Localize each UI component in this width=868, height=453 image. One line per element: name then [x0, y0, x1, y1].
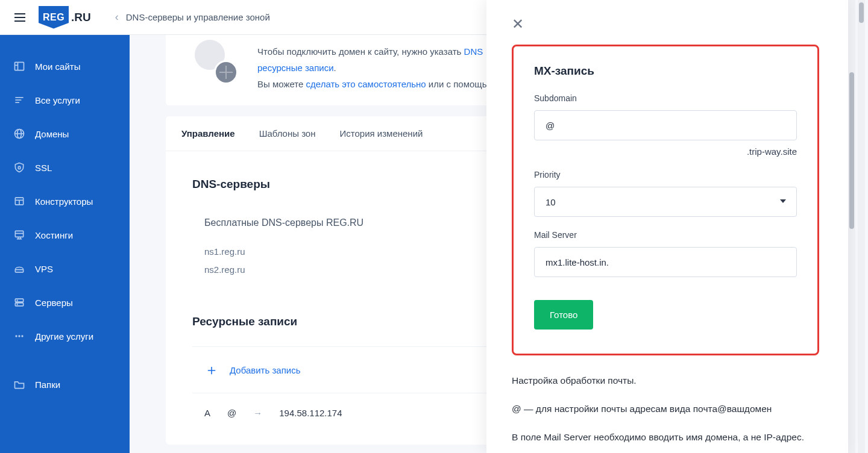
mailserver-input[interactable] [534, 247, 797, 277]
lock-icon [13, 162, 25, 173]
sidebar-item-label: Конструкторы [35, 196, 93, 207]
tab-templates[interactable]: Шаблоны зон [259, 116, 316, 151]
banner-text: Чтобы подключить домен к сайту, нужно ук… [257, 43, 486, 92]
help-line: @ — для настройки почты адресам вида поч… [512, 402, 819, 417]
sidebar-item-ssl[interactable]: SSL [0, 151, 130, 184]
svg-rect-9 [18, 166, 20, 169]
mailserver-label: Mail Server [534, 230, 797, 240]
banner-link-dns[interactable]: DNS [464, 46, 483, 57]
sidebar-item-label: Мои сайты [35, 61, 80, 72]
globe-icon [13, 128, 25, 139]
menu-toggle[interactable] [14, 13, 25, 22]
sidebar-item-folders[interactable]: Папки [0, 367, 130, 401]
sidebar-item-label: VPS [35, 264, 53, 274]
priority-label: Priority [534, 170, 797, 180]
sidebar-item-label: Серверы [35, 298, 73, 308]
sidebar-item-vps[interactable]: VPS [0, 252, 130, 286]
subdomain-input[interactable] [534, 110, 797, 140]
sidebar-item-services[interactable]: Все услуги [0, 83, 130, 117]
sidebar-item-label: Папки [35, 380, 60, 390]
record-host: @ [227, 408, 236, 418]
svg-rect-19 [15, 299, 23, 302]
help-text: Настройка обработки почты. @ — для настр… [512, 373, 819, 445]
scrollbar[interactable] [848, 0, 855, 453]
logo[interactable]: REG .RU [39, 6, 91, 29]
sidebar-item-hosting[interactable]: Хостинги [0, 218, 130, 252]
help-line: Настройка обработки почты. [512, 373, 819, 389]
panel-title: MX-запись [534, 64, 797, 78]
svg-rect-0 [15, 62, 24, 70]
vps-icon [13, 263, 25, 274]
scrollbar[interactable] [858, 0, 865, 453]
svg-point-23 [15, 335, 17, 337]
server-icon [13, 297, 25, 308]
folder-icon [13, 379, 25, 390]
tab-manage[interactable]: Управление [181, 116, 235, 151]
sidebar-item-domains[interactable]: Домены [0, 117, 130, 151]
sidebar-item-label: Все услуги [35, 95, 80, 105]
logo-brand: REG [43, 12, 64, 23]
logo-tld: .RU [71, 11, 91, 24]
sidebar-item-other[interactable]: Другие услуги [0, 319, 130, 353]
svg-rect-13 [15, 231, 23, 237]
builder-icon [13, 196, 25, 207]
record-type: A [204, 408, 210, 418]
mascot-illustration [183, 43, 243, 86]
sidebar-item-label: SSL [35, 163, 52, 173]
sidebar: Мои сайты Все услуги Домены SSL Конструк… [0, 35, 130, 453]
sidebar-item-servers[interactable]: Серверы [0, 286, 130, 319]
sidebar-item-builders[interactable]: Конструкторы [0, 184, 130, 218]
sidebar-item-label: Домены [35, 129, 69, 139]
banner-link-records[interactable]: ресурсные записи [257, 63, 334, 73]
help-line: В поле Mail Server необходимо вводить им… [512, 430, 819, 445]
tab-history[interactable]: История изменений [340, 116, 423, 151]
svg-point-22 [17, 304, 17, 305]
hosting-icon [13, 230, 25, 240]
svg-point-25 [21, 335, 23, 337]
sidebar-item-label: Хостинги [35, 230, 73, 240]
mx-form-panel: ✕ MX-запись Subdomain .trip-way.site Pri… [486, 0, 848, 453]
sidebar-item-sites[interactable]: Мои сайты [0, 49, 130, 83]
record-value: 194.58.112.174 [279, 408, 342, 418]
sites-icon [13, 61, 25, 72]
dots-icon [13, 331, 25, 342]
svg-rect-20 [15, 303, 23, 306]
add-record-label: Добавить запись [230, 365, 301, 375]
mx-form-highlight: MX-запись Subdomain .trip-way.site Prior… [512, 45, 819, 355]
banner-link-self[interactable]: сделать это самостоятельно [306, 79, 426, 89]
svg-rect-18 [15, 270, 23, 272]
close-icon[interactable]: ✕ [512, 16, 524, 32]
sidebar-item-label: Другие услуги [35, 331, 93, 342]
svg-point-24 [18, 335, 20, 337]
breadcrumb[interactable]: ‹ DNS-серверы и управление зоной [115, 11, 270, 23]
subdomain-label: Subdomain [534, 93, 797, 103]
plus-icon: ＋ [204, 360, 219, 380]
priority-select[interactable] [534, 187, 797, 217]
domain-suffix: .trip-way.site [534, 146, 797, 157]
submit-button[interactable]: Готово [534, 300, 593, 330]
arrow-right-icon: → [253, 408, 262, 418]
chevron-left-icon[interactable]: ‹ [115, 11, 119, 23]
breadcrumb-text: DNS-серверы и управление зоной [126, 12, 270, 22]
svg-point-21 [17, 300, 17, 301]
list-icon [13, 95, 25, 105]
